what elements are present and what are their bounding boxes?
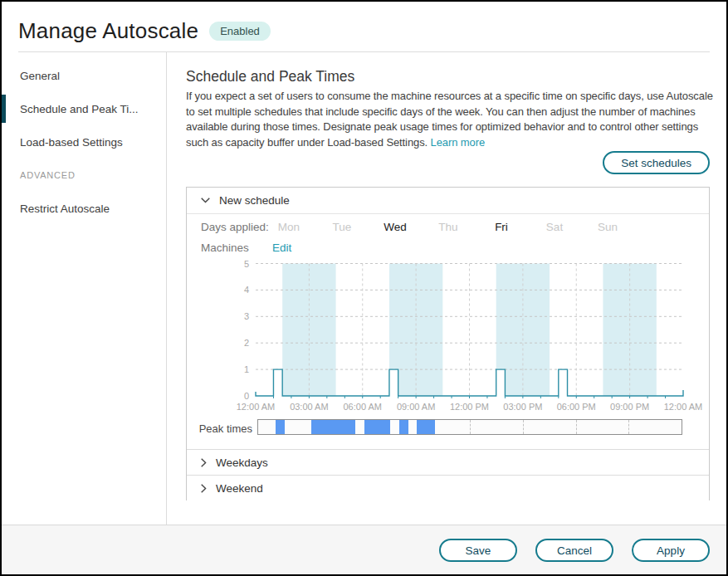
svg-text:2: 2 <box>244 338 249 348</box>
learn-more-link[interactable]: Learn more <box>431 136 485 149</box>
schedule-accordion: New schedule Days applied: MonTueWedThuF… <box>186 187 710 500</box>
accordion-title: Weekdays <box>216 456 268 469</box>
sidebar-item-label: General <box>20 70 60 82</box>
section-description: If you expect a set of users to consume … <box>186 89 717 150</box>
accordion-new-schedule[interactable]: New schedule <box>187 188 709 214</box>
accordion-title: New schedule <box>219 194 290 207</box>
accordion-weekend[interactable]: Weekend <box>187 475 709 500</box>
day-fri[interactable]: Fri <box>495 221 508 233</box>
day-wed[interactable]: Wed <box>384 221 407 233</box>
status-badge: Enabled <box>209 22 271 41</box>
sidebar-item-general[interactable]: General <box>2 59 166 92</box>
selected-indicator <box>2 95 6 123</box>
sidebar-item-restrict-autoscale[interactable]: Restrict Autoscale <box>2 192 166 225</box>
machines-schedule-chart: 01234512:00 AM03:00 AM06:00 AM09:00 AM12… <box>187 251 711 417</box>
svg-text:0: 0 <box>244 391 249 401</box>
sidebar-section-advanced: ADVANCED <box>2 159 166 192</box>
dialog-header: Manage Autoscale Enabled <box>18 18 271 44</box>
sidebar-item-label: Restrict Autoscale <box>20 203 110 215</box>
day-sat[interactable]: Sat <box>546 221 563 233</box>
days-applied-label: Days applied: <box>201 221 269 233</box>
svg-text:09:00 PM: 09:00 PM <box>610 402 649 412</box>
day-sun[interactable]: Sun <box>598 221 618 233</box>
peak-bar-gridline <box>523 420 524 434</box>
section-heading: Schedule and Peak Times <box>186 68 354 85</box>
svg-text:12:00 AM: 12:00 AM <box>237 402 275 412</box>
set-schedules-button[interactable]: Set schedules <box>603 151 710 174</box>
svg-text:5: 5 <box>244 259 249 269</box>
page-title: Manage Autoscale <box>18 18 198 44</box>
accordion-title: Weekend <box>216 482 263 495</box>
svg-text:09:00 AM: 09:00 AM <box>397 402 435 412</box>
sidebar-item-load-based-settings[interactable]: Load-based Settings <box>2 125 166 159</box>
peak-segment[interactable] <box>364 420 391 434</box>
peak-times-bar[interactable] <box>257 419 682 435</box>
cancel-button[interactable]: Cancel <box>535 539 613 562</box>
main-content: Schedule and Peak Times If you expect a … <box>167 52 726 525</box>
sidebar: GeneralSchedule and Peak Ti...Load-based… <box>2 52 167 525</box>
chevron-down-icon <box>201 198 210 203</box>
sidebar-item-label: Schedule and Peak Ti... <box>20 103 139 115</box>
svg-text:06:00 AM: 06:00 AM <box>344 402 382 412</box>
footer: SaveCancelApply <box>2 525 726 574</box>
day-thu[interactable]: Thu <box>438 221 457 233</box>
svg-text:1: 1 <box>244 364 249 374</box>
svg-text:03:00 PM: 03:00 PM <box>503 402 542 412</box>
peak-bar-gridline <box>628 420 629 434</box>
chevron-right-icon <box>201 484 207 493</box>
peak-bar-gridline <box>576 420 577 434</box>
peak-segment[interactable] <box>417 420 434 434</box>
peak-bar-gridline <box>470 420 471 434</box>
day-tue[interactable]: Tue <box>333 221 352 233</box>
svg-text:4: 4 <box>244 285 249 295</box>
save-button[interactable]: Save <box>439 539 517 562</box>
svg-text:03:00 AM: 03:00 AM <box>290 402 328 412</box>
svg-text:06:00 PM: 06:00 PM <box>557 402 596 412</box>
sidebar-item-label: Load-based Settings <box>20 136 123 149</box>
svg-text:3: 3 <box>244 311 249 321</box>
svg-text:12:00 AM: 12:00 AM <box>664 402 702 412</box>
peak-segment[interactable] <box>399 420 408 434</box>
accordion-weekdays[interactable]: Weekdays <box>187 449 709 476</box>
peak-times-label: Peak times <box>187 422 252 435</box>
peak-segment[interactable] <box>311 420 355 434</box>
svg-text:12:00 PM: 12:00 PM <box>450 402 489 412</box>
sidebar-item-schedule-and-peak-ti[interactable]: Schedule and Peak Ti... <box>2 92 166 125</box>
peak-segment[interactable] <box>276 420 285 434</box>
day-mon[interactable]: Mon <box>278 221 300 233</box>
apply-button[interactable]: Apply <box>632 539 710 562</box>
chevron-right-icon <box>201 458 207 467</box>
